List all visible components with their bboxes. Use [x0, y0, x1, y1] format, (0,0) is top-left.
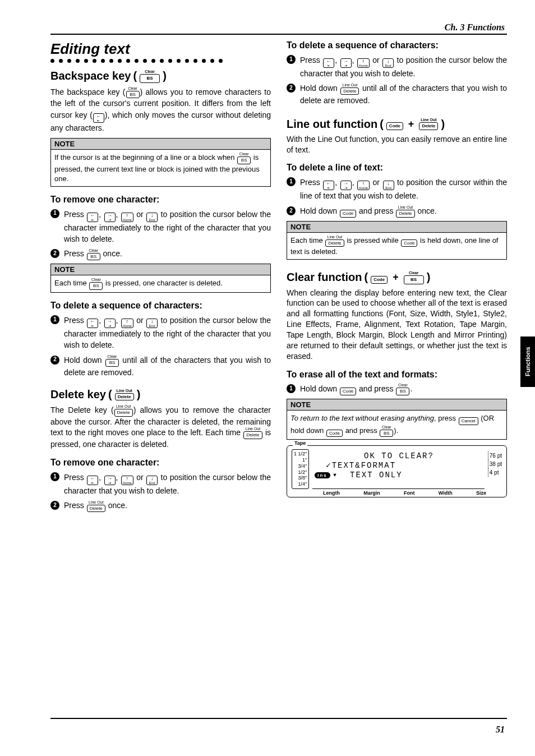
end-key-icon: .↓End [146, 314, 158, 328]
code-key-icon: .Code [326, 425, 343, 437]
bullet-2-icon: 2 [287, 206, 296, 215]
heading-backspace-label: Backspace key [50, 70, 131, 82]
bullet-1-icon: 1 [50, 472, 59, 481]
step-1-del-remove: 1 Press .←⇤, .→⇥, .↑Home or .↓End to pos… [50, 471, 271, 496]
step-2-del-remove: 2 Press Line OutDelete once. [50, 500, 271, 512]
heading-delete-label: Delete key [50, 388, 106, 401]
bs-key-icon: ClearBS [89, 278, 103, 290]
bullet-2-icon: 2 [50, 356, 59, 365]
delete-key-icon: Line OutDelete [325, 235, 344, 247]
delete-key-icon: Line OutDelete [87, 500, 105, 513]
delete-intro: The Delete key (Line OutDelete) allows y… [50, 404, 271, 450]
delete-key-icon: Line Out Delete [115, 389, 134, 401]
left-arrow-key-icon: .←⇤ [323, 54, 334, 68]
code-key-icon: .Code [401, 235, 417, 247]
bs-key-icon: ClearBS [126, 86, 140, 99]
code-key-icon: .Code [340, 383, 356, 395]
heading-lineout-label: Line out function [287, 118, 377, 131]
note-backspace: NOTE If the cursor is at the beginning o… [50, 138, 271, 187]
lcd-main-area: OK TO CLEAR? ✓TEXT&FORMAT Ins▾ TEXT ONLY [312, 449, 485, 489]
heading-backspace: Backspace key ( Clear BS ) [50, 70, 271, 83]
step-1-lineout: 1 Press .←⇤, .→⇥, .↑Home or .↓End to pos… [287, 176, 507, 201]
home-key-icon: .↑Home [121, 208, 133, 222]
lcd-tape-sizes: 1 1/2" 1" 3/4" 1/2" 3/8" 1/4" [292, 449, 309, 489]
delete-key-icon: Line OutDelete [114, 404, 133, 417]
right-arrow-key-icon: .→⇥ [104, 471, 116, 485]
note-header: NOTE [51, 139, 270, 150]
step-2-bs-remove: 2 Press ClearBS once. [50, 248, 271, 260]
step-2-lineout: 2 Hold down .Code and press Line OutDele… [287, 205, 507, 218]
delete-key-icon: Line OutDelete [396, 205, 414, 218]
step-1-clear: 1 Hold down .Code and press ClearBS. [287, 383, 507, 395]
heading-delete-line: To delete a line of text: [287, 163, 507, 173]
bullet-1-icon: 1 [50, 315, 59, 324]
left-arrow-key-icon: .←⇤ [87, 314, 98, 328]
bullet-1-icon: 1 [287, 384, 296, 393]
step-1-bs-remove: 1 Press .←⇤, .→⇥, .↑Home or .↓End to pos… [50, 208, 271, 245]
home-key-icon: .↑Home [357, 176, 370, 190]
right-arrow-key-icon: .→⇥ [340, 54, 352, 68]
left-arrow-key-icon: .←⇤ [323, 176, 334, 190]
heading-del-seq-del: To delete a sequence of characters: [287, 40, 507, 50]
heading-delete: Delete key ( Line Out Delete ) [50, 388, 271, 401]
bullet-2-icon: 2 [287, 84, 296, 93]
note-header: NOTE [51, 264, 270, 275]
bs-key-icon: ClearBS [380, 425, 393, 437]
note-header: NOTE [287, 399, 506, 411]
left-arrow-key-icon: .←⇤ [87, 471, 98, 485]
bs-key-icon: ClearBS [237, 152, 251, 164]
heading-clear: Clear function ( .Code + ClearBS ) [287, 271, 507, 284]
right-column: To delete a sequence of characters: 1 Pr… [287, 40, 507, 515]
clear-intro: When clearing the display before enterin… [287, 288, 507, 362]
step-2-bs-seq: 2 Hold down ClearBS until all of the cha… [50, 354, 271, 378]
home-key-icon: .↑Home [121, 314, 133, 328]
lcd-point-sizes: 76 pt 38 pt 4 pt [488, 449, 502, 489]
heading-remove-one-del: To remove one character: [50, 458, 271, 468]
heading-del-seq-bs: To delete a sequence of characters: [50, 301, 271, 311]
home-key-icon: .↑Home [121, 471, 133, 485]
code-key-icon: .Code [386, 118, 403, 130]
right-arrow-key-icon: .→⇥ [340, 176, 352, 190]
heading-clear-label: Clear function [287, 271, 362, 284]
bullet-2-icon: 2 [50, 249, 59, 258]
bs-key-icon: ClearBS [404, 271, 424, 284]
ins-badge-icon: Ins [315, 472, 330, 478]
heading-lineout: Line out function ( .Code + Line OutDele… [287, 118, 507, 131]
bs-key-icon: ClearBS [87, 248, 100, 261]
code-key-icon: .Code [340, 205, 356, 218]
delete-key-icon: Line OutDelete [243, 427, 262, 439]
bullet-1-icon: 1 [287, 177, 296, 186]
note-lineout: NOTE Each time Line OutDelete is pressed… [287, 221, 507, 260]
end-key-icon: .↓End [382, 54, 394, 68]
cancel-key-icon: .Cancel [459, 413, 478, 425]
side-tab-functions: Functions [520, 336, 535, 387]
right-arrow-key-icon: .→⇥ [104, 314, 116, 328]
end-key-icon: .↓End [146, 471, 158, 485]
end-key-icon: .↓End [383, 176, 394, 190]
heading-remove-one-bs: To remove one character: [50, 195, 271, 205]
bs-key-icon: ClearBS [396, 383, 409, 395]
home-key-icon: .↑Home [357, 54, 370, 68]
step-2-del-seq: 2 Hold down Line OutDelete until all of … [287, 82, 507, 106]
lcd-bottom-labels: Length Margin Font Width Size [292, 489, 502, 496]
section-title: Editing text [50, 40, 271, 58]
page-number: 51 [496, 725, 505, 735]
chapter-header: Ch. 3 Functions [50, 22, 507, 33]
code-key-icon: .Code [371, 271, 388, 284]
lcd-display: Tape 1 1/2" 1" 3/4" 1/2" 3/8" 1/4" OK TO… [287, 445, 507, 497]
delete-key-icon: Line OutDelete [419, 118, 438, 130]
backspace-intro: The backspace key (ClearBS) allows you t… [50, 86, 271, 133]
delete-key-icon: Line OutDelete [340, 83, 359, 95]
right-arrow-key-icon: .→⇥ [104, 208, 116, 222]
bullet-1-icon: 1 [287, 55, 296, 64]
end-key-icon: .↓End [146, 208, 158, 222]
bullet-2-icon: 2 [50, 501, 59, 510]
note-clear: NOTE To return to the text without erasi… [287, 399, 507, 440]
left-arrow-key-icon: .←⇤ [87, 208, 98, 222]
step-1-bs-seq: 1 Press .←⇤, .→⇥, .↑Home or .↓End to pos… [50, 314, 271, 351]
heading-erase-all: To erase all of the text and formats: [287, 370, 507, 380]
lcd-tape-label: Tape [293, 440, 307, 446]
bs-key-icon: ClearBS [105, 354, 119, 367]
note-header: NOTE [287, 222, 506, 233]
footer-rule [50, 718, 507, 719]
